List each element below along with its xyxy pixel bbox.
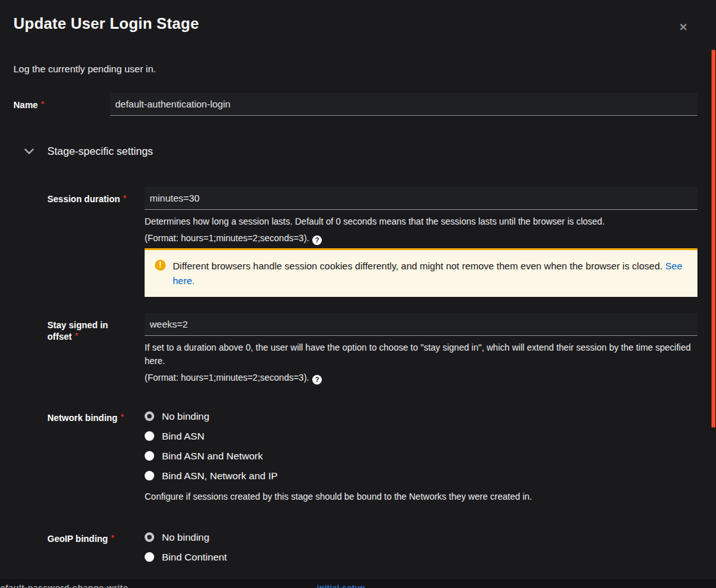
geoip-binding-label: GeoIP binding* — [47, 527, 145, 544]
name-field-row: Name* — [13, 93, 703, 116]
scrollbar-thumb[interactable] — [712, 50, 715, 427]
network-binding-label: Network binding* — [47, 406, 145, 424]
session-cookie-warning-alert: ! Different browsers handle session cook… — [145, 248, 697, 298]
session-duration-row: Session duration* Determines how long a … — [47, 187, 703, 297]
radio-option-no-binding[interactable]: No binding — [145, 411, 697, 422]
geoip-binding-row: GeoIP binding* No binding Bind Continent — [47, 527, 703, 571]
warning-exclamation-icon: ! — [155, 260, 166, 271]
required-asterisk: * — [123, 194, 127, 203]
stage-description: Log the currently pending user in. — [13, 63, 703, 74]
stay-signed-in-offset-row: Stay signed in offset* If set to a durat… — [47, 313, 703, 385]
question-circle-icon[interactable]: ? — [312, 235, 322, 245]
network-binding-help: Configure if sessions created by this st… — [145, 490, 697, 504]
stay-signed-in-offset-label: Stay signed in offset* — [47, 313, 145, 342]
chevron-down-icon — [24, 148, 35, 155]
network-binding-row: Network binding* No binding Bind ASN Bin… — [47, 406, 703, 504]
radio-option-geoip-no-binding[interactable]: No binding — [145, 532, 697, 543]
required-asterisk: * — [41, 100, 44, 109]
session-duration-format-hint: (Format: hours=1;minutes=2;seconds=3).? — [145, 233, 697, 245]
network-binding-radio-group: No binding Bind ASN Bind ASN and Network… — [145, 406, 697, 504]
section-title: Stage-specific settings — [47, 145, 153, 157]
session-duration-label: Session duration* — [47, 187, 145, 205]
update-user-login-stage-modal: Update User Login Stage × Log the curren… — [0, 0, 716, 579]
radio-option-bind-asn[interactable]: Bind ASN — [145, 431, 697, 442]
session-duration-input[interactable] — [145, 187, 697, 210]
background-page-strip: default-password-change-write initial-se… — [0, 579, 716, 588]
radio-icon[interactable] — [145, 451, 154, 461]
stay-signed-in-format-hint: (Format: hours=1;minutes=2;seconds=3).? — [145, 372, 697, 385]
warning-alert-text: Different browsers handle session cookie… — [173, 258, 685, 289]
name-label: Name* — [13, 93, 110, 111]
stay-signed-in-offset-input[interactable] — [145, 313, 697, 336]
radio-option-bind-continent[interactable]: Bind Continent — [145, 552, 697, 563]
modal-header: Update User Login Stage × — [13, 0, 703, 37]
radio-icon[interactable] — [145, 552, 154, 562]
radio-icon[interactable] — [145, 532, 154, 542]
required-asterisk: * — [121, 413, 124, 422]
background-stage-name-text: default-password-change-write — [0, 583, 128, 588]
question-circle-icon[interactable]: ? — [312, 375, 322, 385]
radio-icon[interactable] — [145, 411, 154, 421]
stay-signed-in-help: If set to a duration above 0, the user w… — [145, 341, 697, 368]
close-icon[interactable]: × — [673, 16, 694, 37]
background-flow-link[interactable]: initial-setup — [317, 583, 365, 588]
radio-option-bind-asn-network[interactable]: Bind ASN and Network — [145, 450, 697, 462]
stage-specific-settings-toggle[interactable]: Stage-specific settings — [13, 145, 703, 157]
geoip-binding-radio-group: No binding Bind Continent — [145, 527, 697, 571]
session-duration-help: Determines how long a session lasts. Def… — [145, 215, 697, 228]
radio-option-bind-asn-network-ip[interactable]: Bind ASN, Network and IP — [145, 470, 697, 482]
modal-title: Update User Login Stage — [13, 15, 199, 33]
section-body: Session duration* Determines how long a … — [13, 187, 703, 571]
radio-icon[interactable] — [145, 431, 154, 441]
name-input[interactable] — [110, 93, 697, 116]
required-asterisk: * — [111, 534, 115, 543]
required-asterisk: * — [75, 331, 78, 340]
radio-icon[interactable] — [145, 471, 154, 481]
